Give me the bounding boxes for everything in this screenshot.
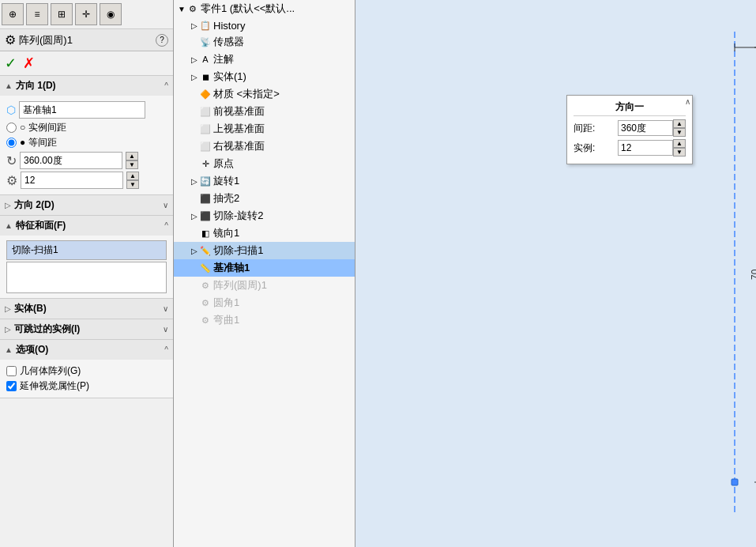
tree-label-0: History <box>213 20 245 32</box>
count-input[interactable] <box>21 172 123 189</box>
tree-item-2[interactable]: ▷A注解 <box>174 51 355 68</box>
direction2-section: ▷ 方向 2(D) ∨ <box>0 195 173 216</box>
left-panel: ⊕ ≡ ⊞ ✛ ◉ ⚙ 阵列(圆周)1 ? ✓ ✗ ▲ 方向 1(D) ^ ⬡ <box>0 0 174 547</box>
empty-feature-box[interactable] <box>6 262 167 293</box>
svg-text:70: 70 <box>750 269 756 280</box>
tree-label-14: 基准轴1 <box>213 261 250 275</box>
geometry-pattern-label: 几何体阵列(G) <box>20 364 81 378</box>
tree-label-7: 右视基准面 <box>213 139 265 153</box>
angle-up-arrow[interactable]: ▲ <box>126 152 138 160</box>
tree-item-12[interactable]: ◧镜向1 <box>174 224 355 242</box>
tree-item-5[interactable]: ⬜前视基准面 <box>174 103 355 120</box>
instance-spacing-radio[interactable] <box>6 123 17 133</box>
solid-collapse-icon: ∨ <box>163 304 168 313</box>
count-row: ⚙ ▲ ▼ <box>6 172 167 189</box>
angle-spingroup: ▲ ▼ <box>20 152 138 169</box>
tree-item-11[interactable]: ▷⬛切除-旋转2 <box>174 207 355 224</box>
tree-icon-12: ◧ <box>199 227 212 240</box>
solid-header[interactable]: ▷ 实体(B) ∨ <box>0 299 173 319</box>
tree-item-14[interactable]: 📏基准轴1 <box>174 259 355 277</box>
tree-item-6[interactable]: ⬜上视基准面 <box>174 120 355 138</box>
tree-label-2: 注解 <box>213 52 234 66</box>
panel-title-text: 阵列(圆周)1 <box>19 33 73 47</box>
geometry-pattern-checkbox[interactable] <box>6 366 17 376</box>
count-spingroup: ▲ ▼ <box>21 172 139 189</box>
popup-instances-down[interactable]: ▼ <box>673 148 686 157</box>
toolbar-btn-3[interactable]: ⊞ <box>51 3 73 25</box>
root-expand-icon[interactable]: ▼ <box>177 5 186 13</box>
count-down-arrow[interactable]: ▼ <box>126 180 139 189</box>
tree-expand-3[interactable]: ▷ <box>190 73 199 81</box>
tree-icon-4: 🔶 <box>199 88 212 100</box>
tree-panel: ▼ ⚙ 零件1 (默认<<默认... ▷📋History📡传感器▷A注解▷◼实体… <box>174 0 355 547</box>
popup-interval-down[interactable]: ▼ <box>673 128 686 137</box>
features-collapse-icon: ^ <box>164 221 168 230</box>
tree-item-15[interactable]: ⚙阵列(圆周)1 <box>174 277 355 294</box>
popup-instances-input[interactable] <box>618 140 673 156</box>
equal-spacing-radio[interactable] <box>6 138 17 148</box>
toolbar-btn-5[interactable]: ◉ <box>100 3 122 25</box>
angle-down-arrow[interactable]: ▼ <box>126 160 138 169</box>
confirm-button[interactable]: ✓ <box>5 55 17 72</box>
toolbar-btn-4[interactable]: ✛ <box>75 3 97 25</box>
tree-expand-9[interactable]: ▷ <box>190 177 199 186</box>
toolbar-btn-1[interactable]: ⊕ <box>2 3 24 25</box>
tree-expand-2[interactable]: ▷ <box>190 55 199 64</box>
tree-icon-10: ⬛ <box>199 192 212 205</box>
tree-item-0[interactable]: ▷📋History <box>174 17 355 33</box>
popup-collapse-icon[interactable]: ∧ <box>685 97 690 106</box>
options-header[interactable]: ▲ 选项(O) ^ <box>0 340 173 360</box>
direction2-collapse-icon: ∨ <box>163 201 168 209</box>
tree-icon-13: ✏️ <box>199 244 212 257</box>
tree-icon-0: 📋 <box>199 19 212 32</box>
axis-input[interactable] <box>19 101 145 119</box>
skip-title: 可跳过的实例(I) <box>14 323 80 336</box>
popup-interval-up[interactable]: ▲ <box>673 119 686 128</box>
popup-title: 方向一 <box>574 100 686 116</box>
tree-item-17[interactable]: ⚙弯曲1 <box>174 311 355 329</box>
tree-expand-0[interactable]: ▷ <box>190 21 199 30</box>
tree-item-10[interactable]: ⬛抽壳2 <box>174 190 355 207</box>
tree-expand-11[interactable]: ▷ <box>190 212 199 221</box>
extend-visual-checkbox[interactable] <box>6 381 17 391</box>
tree-label-12: 镜向1 <box>213 226 239 240</box>
count-arrows: ▲ ▼ <box>126 172 139 189</box>
options-collapse-icon: ^ <box>164 345 168 354</box>
tree-expand-13[interactable]: ▷ <box>190 247 199 255</box>
help-icon[interactable]: ? <box>156 34 168 47</box>
direction2-header[interactable]: ▷ 方向 2(D) ∨ <box>0 195 173 215</box>
toolbar-btn-2[interactable]: ≡ <box>26 3 48 25</box>
popup-instances-arrows: ▲ ▼ <box>673 139 686 157</box>
geometry-pattern-row: 几何体阵列(G) <box>6 364 167 378</box>
tree-icon-9: 🔄 <box>199 175 212 187</box>
options-section: ▲ 选项(O) ^ 几何体阵列(G) 延伸视觉属性(P) <box>0 340 173 398</box>
tree-icon-14: 📏 <box>199 262 212 274</box>
options-expand-icon: ▲ <box>5 345 13 354</box>
tree-item-4[interactable]: 🔶材质 <未指定> <box>174 85 355 103</box>
tree-item-16[interactable]: ⚙圆角1 <box>174 294 355 311</box>
popup-instances-up[interactable]: ▲ <box>673 139 686 148</box>
tree-item-13[interactable]: ▷✏️切除-扫描1 <box>174 242 355 259</box>
popup-interval-input[interactable] <box>618 120 673 136</box>
selected-feature-box[interactable]: 切除-扫描1 <box>6 240 167 260</box>
tree-item-7[interactable]: ⬜右视基准面 <box>174 138 355 155</box>
cancel-button[interactable]: ✗ <box>23 55 35 72</box>
features-header[interactable]: ▲ 特征和面(F) ^ <box>0 216 173 236</box>
tree-icon-15: ⚙ <box>199 279 212 292</box>
tree-item-3[interactable]: ▷◼实体(1) <box>174 68 355 85</box>
popup-instances-spin: ▲ ▼ <box>618 139 686 157</box>
tree-item-9[interactable]: ▷🔄旋转1 <box>174 172 355 190</box>
skip-header[interactable]: ▷ 可跳过的实例(I) ∨ <box>0 319 173 339</box>
tree-root[interactable]: ▼ ⚙ 零件1 (默认<<默认... <box>174 0 355 17</box>
direction1-header[interactable]: ▲ 方向 1(D) ^ <box>0 76 173 96</box>
skip-collapse-icon: ∨ <box>163 325 168 334</box>
tree-icon-6: ⬜ <box>199 123 212 135</box>
skip-expand-icon: ▷ <box>5 325 11 334</box>
angle-input[interactable] <box>20 152 122 169</box>
count-up-arrow[interactable]: ▲ <box>126 172 139 180</box>
tree-label-17: 弯曲1 <box>213 313 239 327</box>
tree-label-9: 旋转1 <box>213 174 239 188</box>
tree-item-1[interactable]: 📡传感器 <box>174 33 355 51</box>
view-panel[interactable]: 70 R105 基准轴1 方向一 间距: ▲ ▼ 实例: <box>355 0 756 547</box>
tree-item-8[interactable]: ✛原点 <box>174 155 355 172</box>
